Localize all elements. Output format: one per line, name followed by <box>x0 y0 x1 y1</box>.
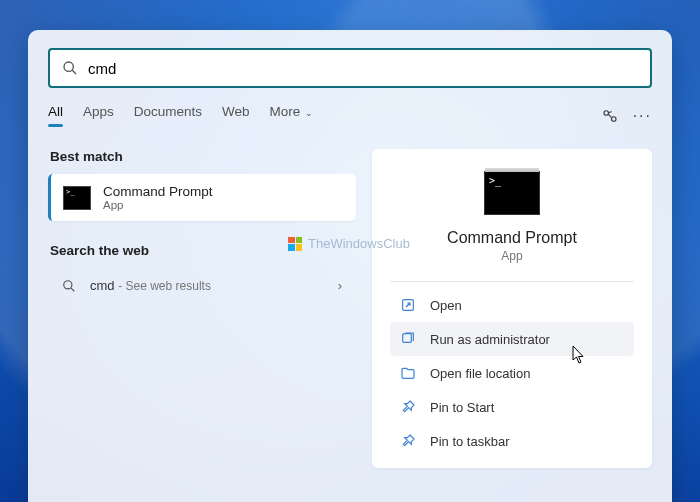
svg-point-4 <box>64 280 72 288</box>
action-open[interactable]: Open <box>390 288 634 322</box>
result-title: Command Prompt <box>103 184 213 199</box>
web-result[interactable]: cmd - See web results › <box>48 268 356 303</box>
chevron-down-icon: ⌄ <box>302 108 313 118</box>
folder-icon <box>400 365 416 381</box>
tab-documents[interactable]: Documents <box>134 104 202 127</box>
svg-rect-7 <box>403 334 412 343</box>
results-column: Best match Command Prompt App Search the… <box>48 149 356 468</box>
action-open-file-location[interactable]: Open file location <box>390 356 634 390</box>
divider <box>390 281 634 282</box>
section-search-web: Search the web <box>50 243 356 258</box>
pin-icon <box>400 433 416 449</box>
tab-apps[interactable]: Apps <box>83 104 114 127</box>
detail-title: Command Prompt <box>447 229 577 247</box>
search-input[interactable] <box>88 60 638 77</box>
open-icon <box>400 297 416 313</box>
tab-more[interactable]: More ⌄ <box>270 104 313 127</box>
detail-pane: Command Prompt App Open Run as administr… <box>372 149 652 468</box>
tab-web[interactable]: Web <box>222 104 250 127</box>
chevron-right-icon: › <box>338 278 342 293</box>
search-icon <box>62 60 78 76</box>
action-run-as-administrator[interactable]: Run as administrator <box>390 322 634 356</box>
svg-line-5 <box>71 288 74 291</box>
svg-line-1 <box>72 70 76 74</box>
action-pin-to-start[interactable]: Pin to Start <box>390 390 634 424</box>
more-options-icon[interactable]: ··· <box>633 107 652 125</box>
result-subtitle: App <box>103 199 213 211</box>
svg-point-0 <box>64 62 73 71</box>
search-panel: All Apps Documents Web More ⌄ ··· Best m… <box>28 30 672 502</box>
command-prompt-icon <box>484 171 540 215</box>
best-match-result[interactable]: Command Prompt App <box>48 174 356 221</box>
command-prompt-icon <box>63 186 91 210</box>
search-box[interactable] <box>48 48 652 88</box>
detail-subtitle: App <box>501 249 522 263</box>
search-icon <box>62 279 76 293</box>
pin-icon <box>400 399 416 415</box>
tabs: All Apps Documents Web More ⌄ ··· <box>48 104 652 127</box>
action-pin-to-taskbar[interactable]: Pin to taskbar <box>390 424 634 458</box>
share-icon[interactable] <box>601 107 619 125</box>
section-best-match: Best match <box>50 149 356 164</box>
shield-icon <box>400 331 416 347</box>
tab-all[interactable]: All <box>48 104 63 127</box>
